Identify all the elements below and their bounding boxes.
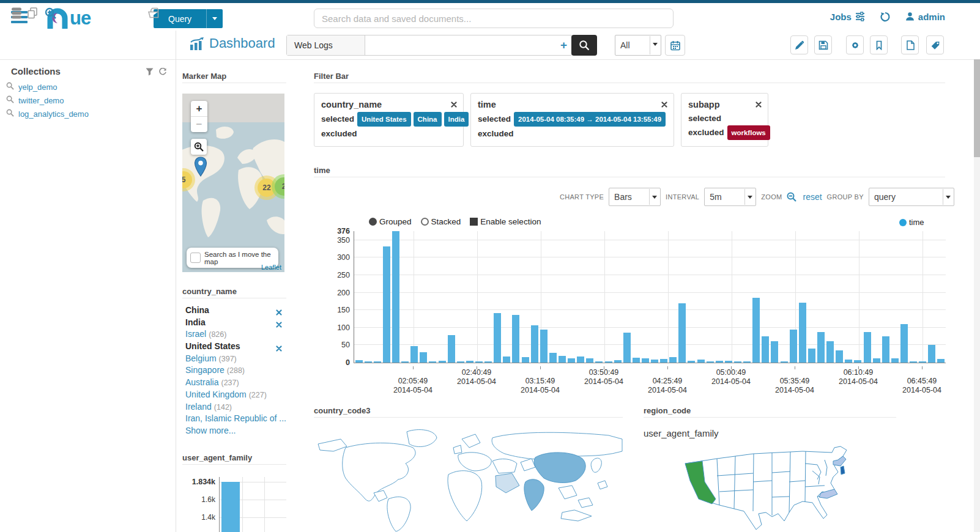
time-chart-bar[interactable] bbox=[559, 356, 566, 363]
time-chart-bar[interactable] bbox=[392, 231, 399, 363]
filter-value-badge[interactable]: India bbox=[444, 112, 469, 127]
time-chart-bar[interactable] bbox=[355, 360, 363, 363]
time-chart-bar[interactable] bbox=[817, 332, 825, 363]
time-chart-bar[interactable] bbox=[531, 325, 538, 363]
filter-funnel-icon[interactable] bbox=[146, 68, 154, 76]
time-chart-bar[interactable] bbox=[734, 361, 741, 363]
time-chart-bar[interactable] bbox=[512, 315, 519, 363]
time-chart-bar[interactable] bbox=[854, 360, 861, 363]
time-chart-bar[interactable] bbox=[595, 361, 603, 363]
time-chart-bar[interactable] bbox=[475, 361, 483, 363]
save-dashboard-button[interactable] bbox=[814, 35, 832, 54]
filter-value-badge[interactable]: United States bbox=[357, 112, 411, 127]
map-zoom-in-button[interactable]: + bbox=[191, 101, 207, 116]
time-chart-bar[interactable] bbox=[605, 361, 612, 363]
time-chart-bar[interactable] bbox=[549, 353, 557, 363]
time-chart-bar[interactable] bbox=[614, 360, 622, 363]
database-icon[interactable] bbox=[11, 7, 22, 22]
time-chart-bar[interactable] bbox=[743, 361, 751, 363]
history-link[interactable] bbox=[880, 11, 891, 22]
time-chart-bar[interactable] bbox=[401, 361, 409, 363]
time-chart-bar[interactable] bbox=[725, 361, 732, 363]
time-chart-bar[interactable] bbox=[836, 350, 843, 363]
query-dropdown-caret[interactable] bbox=[206, 9, 223, 28]
time-chart-bar[interactable] bbox=[503, 357, 510, 363]
time-chart-bar[interactable] bbox=[651, 360, 658, 363]
time-chart-bar[interactable] bbox=[439, 361, 446, 363]
filter-value-badge[interactable]: workflows bbox=[727, 125, 770, 140]
time-chart-bar[interactable] bbox=[540, 330, 548, 363]
time-chart-bar[interactable] bbox=[771, 341, 778, 363]
dashboard-search-input[interactable] bbox=[365, 35, 555, 55]
time-chart-bar[interactable] bbox=[522, 357, 529, 363]
time-chart-bar[interactable] bbox=[799, 303, 806, 363]
time-chart-bar[interactable] bbox=[466, 361, 473, 363]
facet-value-link[interactable]: Ireland bbox=[185, 402, 212, 412]
index-name-box[interactable]: Web Logs bbox=[287, 35, 365, 55]
execute-search-button[interactable] bbox=[571, 35, 597, 56]
time-chart-bar[interactable] bbox=[790, 330, 797, 363]
facet-show-more-link[interactable]: Show more... bbox=[185, 426, 236, 435]
country-china[interactable] bbox=[534, 453, 585, 483]
tags-button[interactable] bbox=[926, 35, 944, 54]
time-chart-bar[interactable] bbox=[383, 246, 390, 363]
time-chart-bar[interactable] bbox=[891, 358, 899, 363]
close-icon[interactable] bbox=[755, 99, 762, 110]
time-range-button[interactable] bbox=[665, 35, 685, 56]
time-chart-bar[interactable] bbox=[568, 358, 575, 363]
time-chart-bar[interactable] bbox=[900, 324, 908, 363]
zoom-in-icon[interactable] bbox=[45, 7, 57, 22]
filter-value-badge[interactable]: 2014-05-04 08:35:49 → 2014-05-04 13:55:4… bbox=[514, 112, 666, 127]
user-agent-family-bar[interactable] bbox=[221, 482, 240, 532]
facet-value-link[interactable]: Singapore bbox=[185, 365, 225, 375]
time-chart-bar[interactable] bbox=[374, 361, 381, 363]
time-chart-bar[interactable] bbox=[577, 357, 584, 363]
user-menu[interactable]: admin bbox=[905, 12, 945, 22]
country-india[interactable] bbox=[524, 479, 544, 511]
vertical-scrollbar-thumb[interactable] bbox=[974, 59, 980, 157]
leaflet-attribution-link[interactable]: Leaflet bbox=[261, 264, 281, 271]
zoom-reset-link[interactable]: reset bbox=[803, 192, 822, 202]
filter-value-badge[interactable]: China bbox=[414, 112, 442, 127]
time-chart-bar[interactable] bbox=[910, 361, 917, 363]
state-new-jersey[interactable] bbox=[841, 466, 845, 475]
stacked-radio[interactable]: Stacked bbox=[421, 217, 461, 226]
jobs-link[interactable]: Jobs bbox=[830, 12, 865, 22]
collection-item[interactable]: twitter_demo bbox=[6, 94, 165, 107]
time-chart-bar[interactable] bbox=[633, 358, 640, 363]
time-chart-bar[interactable] bbox=[808, 349, 815, 363]
marker-map[interactable]: + − 5 22 2 Search as I move the map Leaf… bbox=[182, 94, 284, 272]
world-choropleth-map[interactable] bbox=[315, 427, 623, 532]
close-icon[interactable] bbox=[451, 99, 457, 110]
time-chart-bar[interactable] bbox=[429, 361, 436, 363]
time-chart-bar[interactable] bbox=[873, 358, 880, 363]
group-by-select[interactable]: query bbox=[869, 188, 954, 206]
chart-legend[interactable]: time bbox=[899, 218, 924, 227]
interval-select[interactable]: 5m bbox=[704, 188, 756, 206]
refresh-icon[interactable] bbox=[158, 68, 167, 76]
collection-item[interactable]: yelp_demo bbox=[6, 80, 165, 94]
facet-value-link[interactable]: Australia bbox=[185, 377, 218, 387]
time-chart-bar[interactable] bbox=[762, 336, 769, 363]
facet-value-link[interactable]: Belgium bbox=[185, 353, 217, 363]
folder-open-icon[interactable] bbox=[147, 7, 161, 22]
time-chart-bar[interactable] bbox=[716, 361, 723, 363]
time-chart-bar[interactable] bbox=[781, 361, 788, 363]
map-zoom-out-button[interactable]: − bbox=[191, 116, 207, 132]
time-chart-bar[interactable] bbox=[707, 361, 714, 363]
time-chart-bar[interactable] bbox=[845, 360, 852, 363]
facet-value-link[interactable]: United Kingdom bbox=[185, 390, 247, 399]
time-chart-bar[interactable] bbox=[365, 361, 372, 363]
facet-value-link[interactable]: Israel bbox=[185, 329, 206, 339]
time-chart-bar[interactable] bbox=[688, 361, 695, 363]
enable-selection-checkbox[interactable]: Enable selection bbox=[470, 217, 541, 226]
country-saudi-arabia[interactable] bbox=[496, 473, 519, 493]
time-chart-bar[interactable] bbox=[697, 360, 705, 363]
settings-button[interactable] bbox=[846, 35, 864, 54]
bookmark-button[interactable] bbox=[870, 35, 888, 54]
time-chart-bar[interactable] bbox=[484, 361, 492, 363]
zoom-out-reset-icon[interactable] bbox=[787, 192, 796, 202]
us-choropleth-map[interactable] bbox=[680, 445, 899, 532]
scope-select[interactable]: All bbox=[615, 35, 661, 56]
new-document-button[interactable] bbox=[901, 35, 919, 54]
